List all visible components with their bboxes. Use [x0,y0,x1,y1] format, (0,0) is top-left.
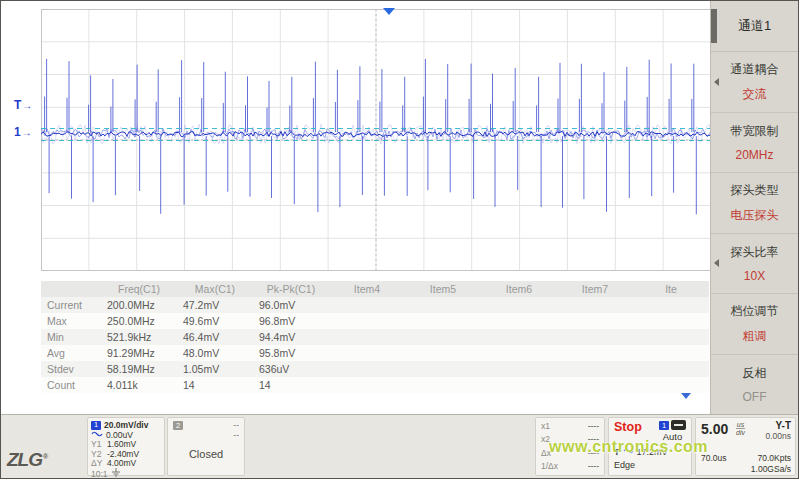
measurement-table[interactable]: Freq(C1)Max(C1)Pk-Pk(C1)Item4Item5Item6I… [41,281,709,393]
table-cell: 250.0MHz [101,313,177,329]
column-header: Ite [633,281,709,297]
table-cell [405,345,481,361]
table-cell: 96.0mV [253,297,329,313]
waveform-canvas [41,9,711,271]
table-cell [481,329,557,345]
timebase-panel[interactable]: 5.00 us div Y-T 0.00ns 70.0us 70.0Kpts 1… [695,417,796,476]
table-cell: 521.9kHz [101,329,177,345]
table-scroll-down-icon[interactable] [681,393,691,399]
table-cell [633,313,709,329]
table-cell [481,297,557,313]
sample-rate: 1.00GSa/s [751,464,791,474]
ch1-probe-ratio: 10:1 [91,469,108,479]
display-mode-block: Y-T 0.00ns [765,420,791,441]
oscilloscope-screen: T→ 1→ Freq(C1)Max(C1)Pk-Pk(C1)Item4Item5… [0,0,799,479]
table-cell: 4.011k [101,377,177,393]
table-cell [633,345,709,361]
trigger-level-marker[interactable]: T→ [14,98,32,112]
table-cell [633,377,709,393]
cursor-value: ---- [588,460,599,473]
menu-section-6[interactable]: 反相OFF [711,355,798,416]
menu-section-3[interactable]: 探头类型电压探头 [711,173,798,234]
ch2-status-panel[interactable]: 2 -- -- Closed [167,417,245,476]
menu-label: 带宽限制 [731,123,779,140]
table-row: Avg91.29MHz48.0mV95.8mV [41,345,709,361]
x-cursor-row: 1/Δx---- [541,460,599,473]
table-cell [557,313,633,329]
menu-label: 档位调节 [731,303,779,320]
table-cell: 96.8mV [253,313,329,329]
row-label: Max [41,313,101,329]
display-mode: Y-T [775,420,791,431]
column-header: Item7 [557,281,633,297]
cursor-label: x1 [541,420,550,433]
table-cell: 46.4mV [177,329,253,345]
run-state-indicator[interactable]: Stop [614,420,642,434]
waveform-plot[interactable] [41,9,711,271]
trigger-delay: 0.00ns [765,431,791,441]
table-cell [633,361,709,377]
table-cell: 49.6mV [177,313,253,329]
table-cell: 91.29MHz [101,345,177,361]
x-cursor-row: x1---- [541,420,599,433]
table-row: Stdev58.19MHz1.05mV636uV [41,361,709,377]
table-cell [329,329,405,345]
menu-section-2[interactable]: 带宽限制20MHz [711,113,798,174]
table-cell: 14 [177,377,253,393]
menu-sections: 通道耦合交流带宽限制20MHz探头类型电压探头探头比率10X档位调节粗调反相OF… [711,52,798,415]
timebase-unit-bottom: div [736,429,745,436]
timebase-scale: 5.00 [701,421,728,437]
menu-value: 10X [744,269,765,283]
trigger-position-marker-icon[interactable] [383,8,395,15]
table-row: Current200.0MHz47.2mV96.0mV [41,297,709,313]
column-header: Max(C1) [177,281,253,297]
menu-section-5[interactable]: 档位调节粗调 [711,294,798,355]
cursor-value: ---- [588,420,599,433]
channel1-marker-label: 1 [14,125,21,139]
trigger-type: Edge [614,460,686,470]
column-header: Item5 [405,281,481,297]
table-cell [633,329,709,345]
table-cell [405,361,481,377]
column-header: Item6 [481,281,557,297]
column-header: Pk-Pk(C1) [253,281,329,297]
table-cell [557,345,633,361]
channel1-offset-marker[interactable]: 1→ [14,125,32,139]
row-label: Stdev [41,361,101,377]
table-cell [405,297,481,313]
menu-section-1[interactable]: 通道耦合交流 [711,52,798,113]
memory-depth: 70.0Kpts [757,453,791,463]
table-cell [329,345,405,361]
menu-value: OFF [743,390,767,404]
menu-label: 反相 [743,365,767,382]
table-cell [405,313,481,329]
corner-cell [41,281,101,297]
table-row: Min521.9kHz46.4mV94.4mV [41,329,709,345]
table-cell: 636uV [253,361,329,377]
column-header: Freq(C1) [101,281,177,297]
zlg-logo-text: ZLG [7,449,42,470]
table-cell: 58.19MHz [101,361,177,377]
menu-section-4[interactable]: 探头比率10X [711,234,798,295]
table-cell [329,377,405,393]
right-arrow-icon: → [22,100,32,111]
row-label: Min [41,329,101,345]
ch2-badge: 2 [173,421,183,430]
table-row: Count4.011k1414 [41,377,709,393]
table-cell: 47.2mV [177,297,253,313]
trigger-coupling-icon [671,420,686,430]
table-cell: 14 [253,377,329,393]
table-cell [633,297,709,313]
timebase-unit: us div [736,421,745,436]
zlg-logo: ZLG® [7,449,47,471]
ch1-status-panel[interactable]: 1 20.0mV/div 0.00uV Y11.60mVY2-2.40mVΔY4… [87,417,165,476]
table-cell [329,297,405,313]
table-header-row: Freq(C1)Max(C1)Pk-Pk(C1)Item4Item5Item6I… [41,281,709,297]
trigger-source-badge: 1 [659,421,669,430]
row-label: Current [41,297,101,313]
table-cell: 48.0mV [177,345,253,361]
channel-menu-sidebar: 通道1 通道耦合交流带宽限制20MHz探头类型电压探头探头比率10X档位调节粗调… [710,1,798,416]
submenu-arrow-icon [714,259,719,267]
watermark: www.cntronics.com [549,438,708,456]
y-cursor-row: ΔY4.00mV [91,459,161,469]
